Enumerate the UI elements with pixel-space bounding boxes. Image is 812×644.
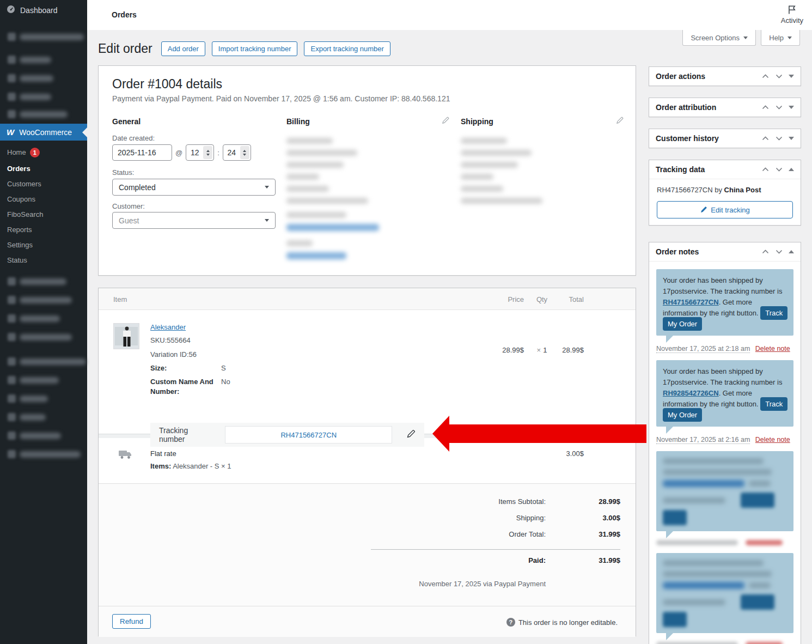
note-bubble-tail — [666, 531, 673, 538]
chevron-down-icon — [743, 37, 748, 39]
items-panel-footer: Refund ? This order is no longer editabl… — [99, 606, 636, 637]
product-sku: SKU:555664 — [150, 336, 314, 345]
shipping-line-row: Flat rate Items: Aleksander - S × 1 3.00… — [99, 438, 636, 483]
help-tab[interactable]: Help — [761, 30, 800, 46]
tracking-data-panel: Tracking data RH471566727CN by China Pos… — [649, 160, 801, 226]
customer-history-panel: Customer history — [649, 129, 801, 148]
product-thumbnail — [113, 323, 139, 349]
colon-separator: : — [217, 149, 219, 157]
move-down-icon[interactable] — [775, 166, 783, 173]
tracking-number-link[interactable]: RH471566727CN — [663, 298, 719, 306]
move-down-icon[interactable] — [775, 73, 783, 80]
shipping-heading: Shipping — [461, 117, 493, 126]
collapse-toggle-icon[interactable] — [789, 168, 794, 171]
sidebar-item-home[interactable]: Home1 — [0, 144, 87, 161]
sidebar-item-dashboard[interactable]: Dashboard — [0, 0, 87, 20]
note-date-link[interactable]: November 17, 2025 at 2:16 am — [656, 436, 750, 444]
order-subtitle: Payment via Paypal Payment. Paid on Nove… — [112, 94, 450, 103]
sidebar-item-coupons[interactable]: Coupons — [0, 192, 87, 207]
note-bubble-tail — [666, 336, 673, 343]
edit-shipping-pencil-icon[interactable] — [616, 116, 624, 126]
note-date-link[interactable]: November 17, 2025 at 2:18 am — [656, 345, 750, 353]
sidebar-item-fibosearch[interactable]: FiboSearch — [0, 207, 87, 222]
move-up-icon[interactable] — [761, 248, 770, 255]
current-menu-arrow — [82, 127, 87, 137]
import-tracking-button[interactable]: Import tracking number — [212, 41, 298, 56]
item-price: 28.99$ — [475, 346, 524, 354]
edit-billing-pencil-icon[interactable] — [442, 116, 450, 126]
collapse-toggle-icon[interactable] — [789, 250, 794, 253]
at-separator: @ — [175, 149, 182, 157]
delete-note-link[interactable]: Delete note — [755, 345, 790, 353]
export-tracking-button[interactable]: Export tracking number — [304, 41, 390, 56]
order-note: Your order has been shipped by 17postser… — [656, 269, 793, 353]
item-column-header: Item — [113, 295, 127, 303]
product-name-link[interactable]: Aleksander — [150, 323, 186, 331]
sidebar-item-settings[interactable]: Settings — [0, 238, 87, 253]
minute-spinner[interactable] — [240, 146, 249, 159]
delete-note-link[interactable]: Delete note — [755, 436, 790, 443]
date-created-input[interactable] — [112, 144, 172, 161]
chevron-down-icon — [265, 186, 269, 189]
flag-icon — [787, 4, 797, 16]
move-up-icon[interactable] — [761, 166, 770, 173]
order-note-blurred — [656, 451, 793, 545]
paid-row: Paid: 31.99$ — [99, 556, 636, 573]
truck-icon — [118, 449, 132, 461]
total-column-header: Total — [535, 295, 584, 303]
subtotal-row: Items Subtotal: 28.99$ — [99, 497, 636, 514]
customer-select[interactable]: Guest — [112, 212, 276, 229]
sidebar-item-woocommerce[interactable]: W WooCommerce — [0, 124, 87, 141]
order-items-panel: Item Price Qty Total Aleksander SKU:5556… — [98, 288, 636, 636]
add-order-button[interactable]: Add order — [161, 41, 205, 56]
move-down-icon[interactable] — [775, 104, 783, 111]
order-actions-panel: Order actions — [649, 66, 801, 86]
screen-options-tab[interactable]: Screen Options — [682, 30, 756, 46]
collapse-toggle-icon[interactable] — [789, 137, 794, 140]
totals-divider — [371, 549, 620, 550]
note-bubble — [656, 553, 793, 633]
sidebar-item-status[interactable]: Status — [0, 253, 87, 268]
refund-button[interactable]: Refund — [112, 614, 151, 629]
note-bubble: Your order has been shipped by 17postser… — [656, 269, 793, 336]
paid-date: November 17, 2025 via Paypal Payment — [99, 580, 636, 588]
tracking-data-title: Tracking data — [656, 165, 761, 174]
move-up-icon[interactable] — [761, 135, 770, 142]
sidebar-item-customers[interactable]: Customers — [0, 177, 87, 192]
edit-tracking-button[interactable]: Edit tracking — [657, 201, 793, 218]
status-select[interactable]: Completed — [112, 179, 276, 196]
move-up-icon[interactable] — [761, 73, 770, 80]
order-notes-title: Order notes — [656, 247, 761, 256]
move-down-icon[interactable] — [775, 135, 783, 142]
shipping-items: Items: Aleksander - S × 1 — [150, 462, 231, 470]
move-up-icon[interactable] — [761, 104, 770, 111]
activity-button[interactable]: Activity — [781, 4, 803, 25]
note-bubble-tail — [666, 633, 673, 640]
price-column-header: Price — [475, 295, 524, 303]
collapse-toggle-icon[interactable] — [789, 106, 794, 109]
minute-stepper[interactable]: 24 — [223, 144, 251, 161]
chevron-down-icon — [265, 219, 269, 222]
admin-sidebar: Dashboard W WooCommerce Home1 Orders Cus… — [0, 0, 87, 644]
sidebar-item-reports[interactable]: Reports — [0, 222, 87, 238]
chevron-down-icon — [787, 37, 792, 39]
order-totals-section: Items Subtotal: 28.99$ Shipping: 3.00$ O… — [99, 483, 636, 606]
items-table-header: Item Price Qty Total — [99, 288, 636, 310]
general-heading: General — [112, 117, 141, 126]
note-meta-blurred — [656, 540, 793, 545]
note-meta-blurred — [656, 642, 793, 644]
order-item-row: Aleksander SKU:555664 Variation ID:56 Si… — [99, 310, 636, 434]
billing-heading: Billing — [286, 117, 310, 126]
product-variation-id: Variation ID:56 — [150, 350, 314, 360]
hour-spinner[interactable] — [203, 146, 212, 159]
tracking-number-link[interactable]: RH928542726CN — [663, 389, 719, 397]
order-attribution-panel: Order attribution — [649, 98, 801, 117]
collapse-toggle-icon[interactable] — [789, 75, 794, 78]
sidebar-item-label: WooCommerce — [19, 128, 72, 137]
move-down-icon[interactable] — [775, 248, 783, 255]
note-bubble — [656, 451, 793, 531]
pencil-icon — [700, 206, 707, 214]
hour-stepper[interactable]: 12 — [186, 144, 214, 161]
help-circle-icon: ? — [506, 618, 515, 627]
sidebar-item-orders[interactable]: Orders — [0, 161, 87, 177]
